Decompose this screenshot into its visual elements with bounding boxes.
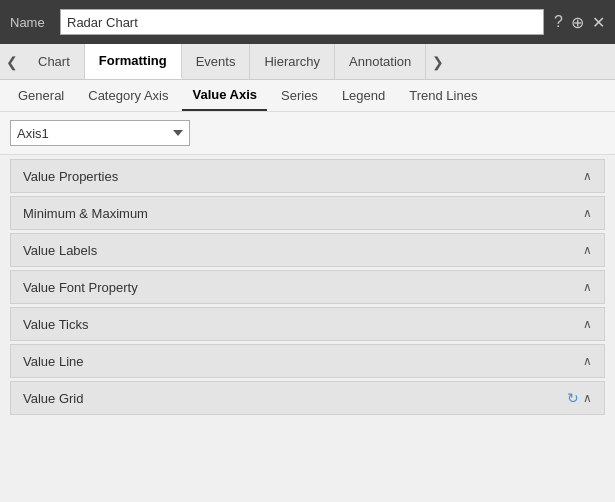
chevron-up-icon: ∧ — [583, 391, 592, 405]
subtab-value-axis[interactable]: Value Axis — [182, 80, 267, 111]
subtab-legend[interactable]: Legend — [332, 80, 395, 111]
header-icons: ? ⊕ ✕ — [554, 13, 605, 32]
chevron-up-icon: ∧ — [583, 243, 592, 257]
section-icons: ∧ — [583, 243, 592, 257]
tab-events[interactable]: Events — [182, 44, 251, 79]
section-minimum-maximum[interactable]: Minimum & Maximum ∧ — [10, 196, 605, 230]
section-label: Value Line — [23, 354, 583, 369]
tab-chart[interactable]: Chart — [24, 44, 85, 79]
tab-annotation[interactable]: Annotation — [335, 44, 426, 79]
tab-formatting[interactable]: Formatting — [85, 44, 182, 79]
subtab-nav: General Category Axis Value Axis Series … — [0, 80, 615, 112]
chevron-up-icon: ∧ — [583, 280, 592, 294]
section-icons: ↻ ∧ — [567, 390, 592, 406]
section-label: Value Font Property — [23, 280, 583, 295]
subtab-series[interactable]: Series — [271, 80, 328, 111]
section-label: Minimum & Maximum — [23, 206, 583, 221]
chevron-up-icon: ∧ — [583, 317, 592, 331]
tab-prev-arrow[interactable]: ❮ — [0, 44, 24, 79]
subtab-category-axis[interactable]: Category Axis — [78, 80, 178, 111]
section-value-ticks[interactable]: Value Ticks ∧ — [10, 307, 605, 341]
section-value-labels[interactable]: Value Labels ∧ — [10, 233, 605, 267]
section-value-font-property[interactable]: Value Font Property ∧ — [10, 270, 605, 304]
close-icon[interactable]: ✕ — [592, 13, 605, 32]
subtab-trend-lines[interactable]: Trend Lines — [399, 80, 487, 111]
axis-select[interactable]: Axis1 — [10, 120, 190, 146]
sections-container: Value Properties ∧ Minimum & Maximum ∧ V… — [0, 155, 615, 419]
section-label: Value Properties — [23, 169, 583, 184]
chevron-up-icon: ∧ — [583, 206, 592, 220]
chart-name-input[interactable] — [60, 9, 544, 35]
section-label: Value Ticks — [23, 317, 583, 332]
name-label: Name — [10, 15, 50, 30]
refresh-icon[interactable]: ↻ — [567, 390, 579, 406]
subtab-general[interactable]: General — [8, 80, 74, 111]
section-icons: ∧ — [583, 169, 592, 183]
help-icon[interactable]: ? — [554, 13, 563, 31]
section-label: Value Labels — [23, 243, 583, 258]
section-value-line[interactable]: Value Line ∧ — [10, 344, 605, 378]
section-icons: ∧ — [583, 206, 592, 220]
chevron-up-icon: ∧ — [583, 354, 592, 368]
section-label: Value Grid — [23, 391, 567, 406]
section-icons: ∧ — [583, 354, 592, 368]
tab-next-arrow[interactable]: ❯ — [426, 44, 450, 79]
tab-hierarchy[interactable]: Hierarchy — [250, 44, 335, 79]
section-value-grid[interactable]: Value Grid ↻ ∧ — [10, 381, 605, 415]
section-icons: ∧ — [583, 317, 592, 331]
section-value-properties[interactable]: Value Properties ∧ — [10, 159, 605, 193]
chevron-up-icon: ∧ — [583, 169, 592, 183]
header-bar: Name ? ⊕ ✕ — [0, 0, 615, 44]
main-tab-nav: ❮ Chart Formatting Events Hierarchy Anno… — [0, 44, 615, 80]
move-icon[interactable]: ⊕ — [571, 13, 584, 32]
section-icons: ∧ — [583, 280, 592, 294]
axis-row: Axis1 — [0, 112, 615, 155]
